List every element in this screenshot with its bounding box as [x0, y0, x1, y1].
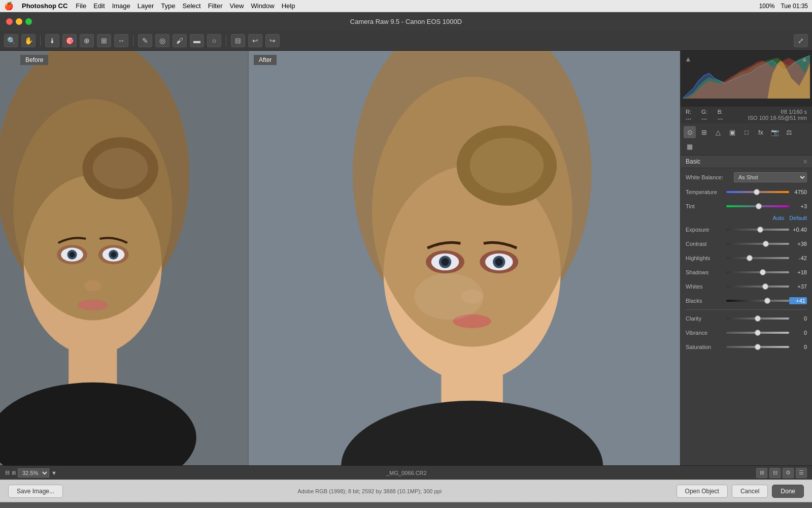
menu-type[interactable]: Type — [161, 2, 175, 10]
spot-removal-tool[interactable]: ✎ — [138, 34, 152, 47]
slider-row-saturation: Saturation 0 — [686, 341, 807, 353]
hand-tool[interactable]: ✋ — [21, 34, 36, 47]
straighten-tool[interactable]: ↔ — [114, 34, 128, 47]
preferences-btn[interactable]: ⊟ — [231, 34, 245, 47]
cancel-button[interactable]: Cancel — [732, 485, 768, 498]
menu-layer[interactable]: Layer — [138, 2, 154, 10]
slider-value-vibrance: 0 — [789, 330, 807, 336]
default-button[interactable]: Default — [789, 215, 807, 221]
effects-icon[interactable]: fx — [755, 126, 767, 138]
zoom-dropdown-icon[interactable]: ▼ — [51, 470, 57, 476]
hist-highlight-clipping[interactable]: ▲ — [801, 55, 808, 63]
filename: _MG_0066.CR2 — [57, 470, 756, 476]
hist-shadow-clipping[interactable]: ▲ — [685, 55, 692, 63]
minimize-button[interactable] — [16, 18, 22, 25]
zoom-tool[interactable]: 🔍 — [4, 34, 18, 47]
slider-label-saturation: Saturation — [686, 344, 726, 350]
slider-track-tint[interactable] — [726, 202, 789, 210]
menu-select[interactable]: Select — [182, 2, 200, 10]
target-adjustment-tool[interactable]: ⊕ — [80, 34, 94, 47]
slider-value-blacks: +41 — [789, 297, 807, 304]
radial-filter[interactable]: ○ — [207, 34, 221, 47]
workflow-btn[interactable]: ☰ — [796, 468, 807, 478]
slider-track-contrast[interactable] — [726, 240, 789, 248]
thumb-contrast[interactable] — [763, 241, 769, 247]
rotate-cw[interactable]: ↪ — [265, 34, 280, 47]
camera-calibration-icon[interactable]: 📷 — [769, 126, 781, 138]
white-balance-select[interactable]: As Shot — [734, 172, 807, 182]
iso-lens: ISO 100 18-55@51 mm — [748, 115, 807, 121]
toolbar-sep-2 — [133, 35, 133, 46]
slider-value-clarity: 0 — [789, 315, 807, 322]
thumb-saturation[interactable] — [755, 344, 761, 350]
auto-button[interactable]: Auto — [773, 215, 785, 221]
slider-track-clarity[interactable] — [726, 314, 789, 323]
tone-curve-icon[interactable]: ⊞ — [698, 126, 710, 138]
graduated-filter[interactable]: ▬ — [190, 34, 204, 47]
slider-track-blacks[interactable] — [726, 297, 789, 305]
slider-label-clarity: Clarity — [686, 315, 726, 322]
svg-point-25 — [470, 138, 544, 193]
slider-row-blacks: Blacks +41 — [686, 295, 807, 306]
slider-value-exposure: +0.40 — [789, 227, 807, 233]
apple-menu[interactable]: 🍎 — [4, 2, 14, 11]
menu-help[interactable]: Help — [282, 2, 295, 10]
thumb-tint[interactable] — [756, 203, 762, 209]
snapshots-icon[interactable]: ▦ — [684, 140, 696, 152]
thumb-clarity[interactable] — [755, 315, 761, 322]
thumb-blacks[interactable] — [764, 298, 770, 304]
menu-window[interactable]: Window — [251, 2, 274, 10]
thumb-vibrance[interactable] — [755, 330, 761, 336]
hsl-icon[interactable]: ▣ — [726, 126, 738, 138]
done-button[interactable]: Done — [772, 485, 804, 498]
color-sampler-tool[interactable]: 🎯 — [62, 34, 77, 47]
menu-file[interactable]: File — [76, 2, 86, 10]
thumb-exposure[interactable] — [757, 227, 763, 233]
settings-btn[interactable]: ⚙ — [783, 468, 794, 478]
save-image-button[interactable]: Save Image... — [8, 485, 63, 498]
adjustment-brush[interactable]: 🖌 — [173, 34, 187, 47]
action-buttons: Open Object Cancel Done — [676, 485, 804, 498]
zoom-select[interactable]: 32.5% — [18, 468, 49, 478]
slider-value-tint: +3 — [789, 203, 807, 209]
view-mode-btn[interactable]: ⊞ — [756, 468, 767, 478]
slider-track-exposure[interactable] — [726, 226, 789, 234]
battery-status: 100% — [759, 3, 775, 10]
thumb-whites[interactable] — [762, 283, 768, 290]
slider-track-saturation[interactable] — [726, 343, 789, 351]
redeye-tool[interactable]: ◎ — [155, 34, 170, 47]
rotate-ccw[interactable]: ↩ — [248, 34, 262, 47]
basic-panel-icon[interactable]: ⊙ — [684, 126, 696, 138]
slider-track-shadows[interactable] — [726, 268, 789, 276]
slider-track-vibrance[interactable] — [726, 329, 789, 337]
zoom-out-icon[interactable]: ⊟ — [5, 469, 10, 476]
toolbar-sep-3 — [226, 35, 226, 46]
panel-menu-icon[interactable]: ≡ — [803, 158, 807, 165]
toolbar-sep-1 — [40, 35, 41, 46]
maximize-button[interactable] — [25, 18, 32, 25]
slider-track-whites[interactable] — [726, 282, 789, 291]
slider-track-temperature[interactable] — [726, 188, 789, 196]
menu-view[interactable]: View — [230, 2, 244, 10]
menu-image[interactable]: Image — [112, 2, 130, 10]
thumb-temperature[interactable] — [754, 189, 760, 195]
presets-icon[interactable]: ⚖ — [783, 126, 795, 138]
menu-filter[interactable]: Filter — [208, 2, 223, 10]
fullscreen-btn[interactable]: ⤢ — [794, 34, 808, 47]
close-button[interactable] — [6, 18, 13, 25]
thumb-shadows[interactable] — [760, 269, 766, 275]
slider-track-highlights[interactable] — [726, 254, 789, 262]
open-object-button[interactable]: Open Object — [676, 485, 728, 498]
white-balance-tool[interactable]: 🌡 — [45, 34, 59, 47]
track-clarity — [726, 318, 789, 320]
menu-edit[interactable]: Edit — [93, 2, 105, 10]
split-toning-icon[interactable]: □ — [740, 126, 753, 138]
slider-label-highlights: Highlights — [686, 255, 726, 261]
detail-icon[interactable]: △ — [712, 126, 724, 138]
slider-label-contrast: Contrast — [686, 241, 726, 247]
slider-label-vibrance: Vibrance — [686, 330, 726, 336]
crop-tool[interactable]: ⊞ — [97, 34, 111, 47]
compare-btn[interactable]: ⊟ — [769, 468, 781, 478]
thumb-highlights[interactable] — [747, 255, 753, 261]
zoom-frame-icon[interactable]: ⊞ — [12, 470, 16, 475]
